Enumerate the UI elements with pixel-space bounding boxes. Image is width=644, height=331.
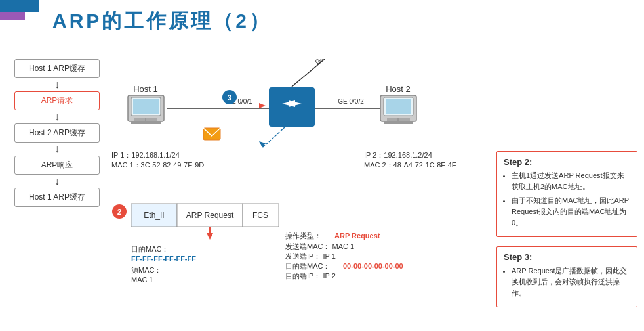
step2-bullet-2: 由于不知道目的MAC地址，因此ARP Request报文内的目的端MAC地址为0… (512, 195, 630, 229)
svg-marker-42 (207, 233, 213, 240)
step2-bullet-1: 主机1通过发送ARP Request报文来获取主机2的MAC地址。 (512, 170, 630, 192)
svg-text:Eth_II: Eth_II (144, 211, 164, 220)
svg-marker-28 (259, 141, 266, 148)
svg-marker-18 (259, 103, 266, 108)
svg-text:GE 0/0/2: GE 0/0/2 (338, 98, 364, 105)
flow-box-host1-arp: Host 1 ARP缓存 (14, 59, 100, 78)
svg-rect-5 (131, 121, 161, 124)
flow-box-arp-request: ARP请求 (14, 91, 100, 110)
flow-arrow-1: ↓ (14, 79, 100, 90)
diagram-svg: GE 0/0/1 GE 0/0/2 GE 0/0/3 Host 1 Host 2… (108, 59, 502, 197)
svg-text:IP 1：192.168.1.1/24: IP 1：192.168.1.1/24 (111, 151, 180, 159)
svg-rect-15 (269, 87, 315, 127)
step3-content: ARP Request是广播数据帧，因此交换机收到后，会对该帧执行泛洪操作。 (504, 265, 630, 299)
svg-text:ARP Request: ARP Request (186, 211, 234, 220)
svg-rect-7 (133, 99, 159, 114)
top-bar-blue (0, 0, 39, 12)
svg-text:Host 2: Host 2 (386, 84, 411, 94)
step2-content: 主机1通过发送ARP Request报文来获取主机2的MAC地址。 由于不知道目… (504, 170, 630, 229)
step3-title: Step 3: (504, 252, 630, 262)
step3-bullet-1: ARP Request是广播数据帧，因此交换机收到后，会对该帧执行泛洪操作。 (512, 265, 630, 299)
svg-text:发送端MAC：  MAC 1: 发送端MAC： MAC 1 (285, 242, 354, 250)
svg-text:FF-FF-FF-FF-FF-FF: FF-FF-FF-FF-FF-FF (131, 255, 196, 263)
flow-box-host2-arp: Host 2 ARP缓存 (14, 123, 100, 143)
svg-text:目的端IP：  IP 2: 目的端IP： IP 2 (285, 272, 336, 280)
flow-chart: Host 1 ARP缓存 ↓ ARP请求 ↓ Host 2 ARP缓存 ↓ AR… (14, 59, 100, 208)
svg-text:MAC 1：3C-52-82-49-7E-9D: MAC 1：3C-52-82-49-7E-9D (111, 161, 204, 169)
flow-box-arp-response: ARP响应 (14, 156, 100, 175)
svg-rect-11 (384, 121, 413, 124)
top-bar-purple (0, 12, 25, 20)
svg-text:目的端MAC：: 目的端MAC： (285, 262, 330, 270)
step2-box: Step 2: 主机1通过发送ARP Request报文来获取主机2的MAC地址… (496, 151, 637, 237)
flow-arrow-4: ↓ (14, 176, 100, 187)
svg-line-27 (262, 127, 285, 148)
svg-text:00-00-00-00-00-00: 00-00-00-00-00-00 (343, 262, 403, 270)
flow-arrow-3: ↓ (14, 144, 100, 154)
step2-title: Step 2: (504, 157, 630, 167)
svg-text:2: 2 (117, 208, 122, 217)
flow-arrow-2: ↓ (14, 112, 100, 122)
svg-text:操作类型：: 操作类型： (285, 232, 321, 240)
svg-text:ARP Request: ARP Request (334, 232, 380, 240)
svg-text:目的MAC：: 目的MAC： (131, 245, 169, 253)
step3-box: Step 3: ARP Request是广播数据帧，因此交换机收到后，会对该帧执… (496, 246, 637, 307)
page-title: ARP的工作原理（2） (52, 8, 272, 35)
packet-svg: 2 Eth_II ARP Request FCS 目的MAC： FF-FF-FF… (108, 200, 423, 305)
svg-text:GE 0/0/3: GE 0/0/3 (313, 59, 337, 66)
svg-rect-13 (386, 99, 411, 114)
svg-text:Host 1: Host 1 (133, 84, 158, 94)
svg-text:IP 2：192.168.1.2/24: IP 2：192.168.1.2/24 (364, 151, 432, 159)
svg-text:FCS: FCS (252, 211, 268, 220)
flow-box-host1-arp2: Host 1 ARP缓存 (14, 188, 100, 207)
svg-text:源MAC：: 源MAC： (131, 266, 161, 274)
svg-text:MAC 2：48-A4-72-1C-8F-4F: MAC 2：48-A4-72-1C-8F-4F (364, 161, 456, 169)
svg-text:3: 3 (228, 93, 232, 102)
svg-text:MAC 1: MAC 1 (131, 276, 153, 284)
svg-text:发送端IP：  IP 1: 发送端IP： IP 1 (285, 252, 336, 260)
